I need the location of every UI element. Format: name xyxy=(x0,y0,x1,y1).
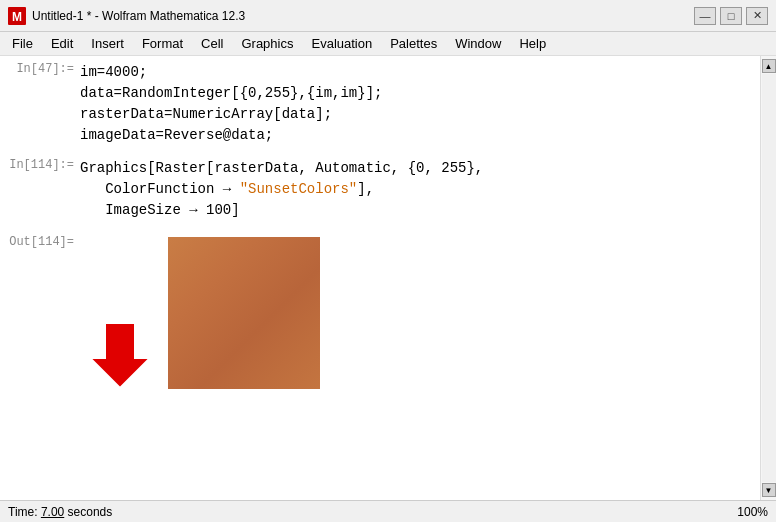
app-icon: M xyxy=(8,7,26,25)
code-line-1: im=4000; xyxy=(80,62,744,83)
menu-palettes[interactable]: Palettes xyxy=(382,34,445,53)
scroll-up-button[interactable]: ▲ xyxy=(762,59,776,73)
code-line-graphics2: ColorFunction → "SunsetColors"], xyxy=(80,179,744,200)
menu-format[interactable]: Format xyxy=(134,34,191,53)
svg-text:M: M xyxy=(12,10,22,24)
scrollbar-area[interactable]: ▲ ▼ xyxy=(760,56,776,500)
main-content: In[47]:= im=4000; data=RandomInteger[{0,… xyxy=(0,56,776,500)
cell-content-in47[interactable]: im=4000; data=RandomInteger[{0,255},{im,… xyxy=(80,60,748,148)
scroll-down-button[interactable]: ▼ xyxy=(762,483,776,497)
status-bar: Time: 7.00 seconds 100% xyxy=(0,500,776,522)
code-area[interactable]: In[47]:= im=4000; data=RandomInteger[{0,… xyxy=(0,56,760,500)
menu-bar: File Edit Insert Format Cell Graphics Ev… xyxy=(0,32,776,56)
title-bar-left: M Untitled-1 * - Wolfram Mathematica 12.… xyxy=(8,7,245,25)
menu-edit[interactable]: Edit xyxy=(43,34,81,53)
cell-label-out114: Out[114]= xyxy=(0,231,80,249)
code-line-graphics3: ImageSize → 100] xyxy=(80,200,744,221)
code-line-4: imageData=Reverse@data; xyxy=(80,125,744,146)
cell-label-in47: In[47]:= xyxy=(0,60,80,76)
menu-insert[interactable]: Insert xyxy=(83,34,132,53)
menu-evaluation[interactable]: Evaluation xyxy=(303,34,380,53)
title-text: Untitled-1 * - Wolfram Mathematica 12.3 xyxy=(32,9,245,23)
menu-cell[interactable]: Cell xyxy=(193,34,231,53)
svg-marker-2 xyxy=(90,323,150,388)
cell-label-in114: In[114]:= xyxy=(0,156,80,172)
status-text: Time: 7.00 seconds xyxy=(8,505,112,519)
title-bar: M Untitled-1 * - Wolfram Mathematica 12.… xyxy=(0,0,776,32)
minimize-button[interactable]: — xyxy=(694,7,716,25)
menu-window[interactable]: Window xyxy=(447,34,509,53)
cell-out114: Out[114]= xyxy=(0,231,760,395)
code-line-2: data=RandomInteger[{0,255},{im,im}]; xyxy=(80,83,744,104)
maximize-button[interactable]: □ xyxy=(720,7,742,25)
menu-graphics[interactable]: Graphics xyxy=(233,34,301,53)
cell-in47: In[47]:= im=4000; data=RandomInteger[{0,… xyxy=(0,60,760,148)
scroll-track[interactable] xyxy=(762,74,776,482)
title-bar-controls[interactable]: — □ ✕ xyxy=(694,7,768,25)
output-image xyxy=(168,237,320,389)
close-button[interactable]: ✕ xyxy=(746,7,768,25)
code-line-graphics1: Graphics[Raster[rasterData, Automatic, {… xyxy=(80,158,744,179)
zoom-text: 100% xyxy=(737,505,768,519)
code-line-3: rasterData=NumericArray[data]; xyxy=(80,104,744,125)
menu-file[interactable]: File xyxy=(4,34,41,53)
cell-content-out114 xyxy=(80,231,748,395)
menu-help[interactable]: Help xyxy=(511,34,554,53)
red-arrow-icon xyxy=(80,313,160,393)
cell-content-in114[interactable]: Graphics[Raster[rasterData, Automatic, {… xyxy=(80,156,748,223)
cell-in114: In[114]:= Graphics[Raster[rasterData, Au… xyxy=(0,156,760,223)
